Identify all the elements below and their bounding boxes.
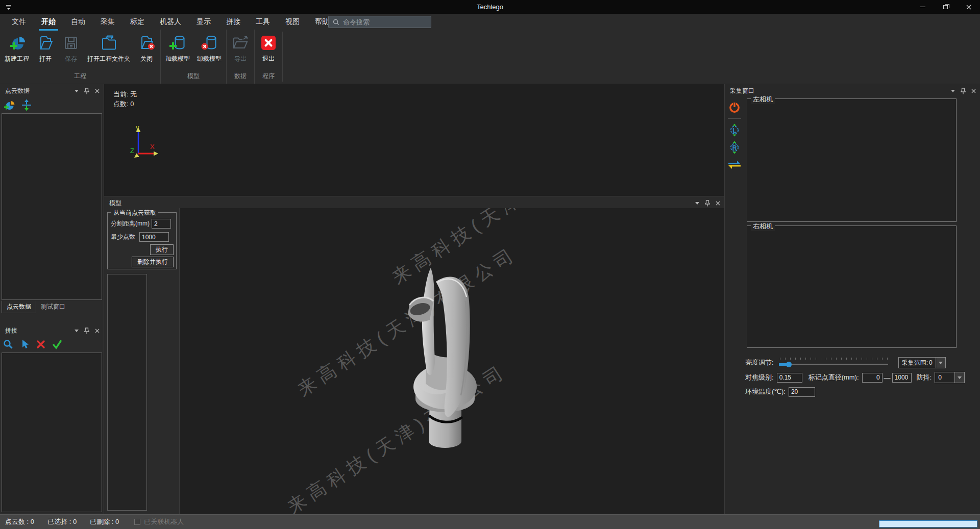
antishake-label: 防抖:: [917, 373, 932, 382]
progress-bar: [879, 520, 977, 527]
menu-file[interactable]: 文件: [4, 14, 34, 30]
stitch-toolbar: [3, 338, 62, 351]
menu-tools[interactable]: 工具: [248, 14, 278, 30]
focus-input[interactable]: [777, 373, 802, 383]
left-camera-view: 左相机: [747, 98, 957, 222]
unload-model-button[interactable]: 卸载模型: [193, 32, 225, 64]
slider-ticks: [780, 358, 888, 360]
pointcloud-list[interactable]: [2, 113, 102, 300]
close-window-button[interactable]: [957, 0, 980, 14]
new-project-button[interactable]: 新建工程: [1, 32, 33, 64]
swap-cameras-button[interactable]: [727, 158, 742, 172]
open-project-folder-button[interactable]: 打开工程文件夹: [84, 32, 134, 64]
search-icon: [333, 19, 339, 26]
brightness-slider[interactable]: [779, 358, 888, 368]
strip-divider: [728, 118, 741, 119]
search-input[interactable]: [343, 18, 420, 26]
main-3d-viewport[interactable]: 当前: 无 点数: 0 y X Z: [104, 84, 724, 196]
marker-max-input[interactable]: [892, 373, 912, 383]
pin-icon[interactable]: [84, 328, 89, 334]
tab-test-window[interactable]: 测试窗口: [36, 300, 70, 313]
capture-panel-title: 采集窗口: [730, 87, 951, 95]
ribbon-group-label: 模型: [162, 70, 225, 84]
menu-start[interactable]: 开始: [34, 14, 63, 30]
chevron-down-icon[interactable]: [955, 372, 965, 383]
minimize-button[interactable]: [911, 0, 934, 14]
menu-stitch[interactable]: 拼接: [218, 14, 248, 30]
open-folder-icon: [36, 34, 55, 52]
stitch-panel-header: 拼接: [0, 324, 104, 337]
delete-icon[interactable]: [36, 339, 46, 349]
power-icon: [728, 101, 741, 113]
maximize-button[interactable]: [934, 0, 957, 14]
chevron-down-icon[interactable]: [936, 357, 946, 368]
split-distance-input[interactable]: [152, 219, 171, 229]
menu-bar: 文件 开始 自动 采集 标定 机器人 显示 拼接 工具 视图 帮助与更新: [0, 14, 980, 30]
close-icon: [966, 5, 971, 10]
chevron-down-icon[interactable]: [951, 90, 955, 92]
chevron-down-icon[interactable]: [75, 330, 79, 332]
model-list[interactable]: [107, 274, 147, 511]
pointcloud-extract-groupbox: 从当前点云获取 分割距离(mm) 最少点数 执行 删除并执行: [107, 212, 177, 269]
marker-min-input[interactable]: [862, 373, 883, 383]
delete-and-execute-button[interactable]: 删除并执行: [132, 257, 174, 267]
axis-triad: y X Z: [128, 124, 160, 161]
antishake-combo[interactable]: 0: [935, 372, 965, 383]
zoom-icon[interactable]: [3, 339, 13, 349]
svg-text:R: R: [732, 144, 737, 152]
right-camera-button[interactable]: R: [727, 140, 742, 155]
left-camera-label: 左相机: [751, 95, 775, 104]
menu-view[interactable]: 视图: [278, 14, 307, 30]
model-3d-viewport[interactable]: 来高科技(天津)有限公司 来高科技(天津)有限公司 来高科技(天津)有限公司: [180, 208, 724, 514]
temperature-input[interactable]: [789, 387, 815, 397]
menu-robot[interactable]: 机器人: [152, 14, 189, 30]
min-points-label: 最少点数: [111, 233, 135, 241]
open-button[interactable]: 打开: [33, 32, 58, 64]
model-form-column: 从当前点云获取 分割距离(mm) 最少点数 执行 删除并执行: [104, 208, 180, 514]
ribbon-group-label: 工程: [1, 70, 159, 84]
load-model-button[interactable]: 加载模型: [162, 32, 193, 64]
chevron-down-icon[interactable]: [695, 202, 699, 205]
execute-button[interactable]: 执行: [150, 244, 174, 255]
chevron-down-icon[interactable]: [75, 90, 79, 92]
ribbon-group-data: 导出 数据: [226, 30, 254, 84]
marker-range-dash: —: [884, 374, 891, 382]
capture-range-combo[interactable]: 采集范围: 0: [898, 357, 946, 368]
tab-pointcloud-data[interactable]: 点云数据: [2, 300, 36, 313]
fit-align-icon[interactable]: [20, 99, 33, 111]
close-icon[interactable]: [95, 89, 100, 93]
command-search-box[interactable]: [328, 16, 431, 28]
menu-auto[interactable]: 自动: [63, 14, 93, 30]
save-icon: [62, 34, 80, 52]
ribbon-group-label: 数据: [228, 70, 253, 84]
pointer-icon[interactable]: [19, 339, 30, 349]
close-icon[interactable]: [716, 201, 720, 206]
menu-capture[interactable]: 采集: [93, 14, 122, 30]
right-camera-label: 右相机: [751, 222, 775, 231]
load-model-icon: [168, 34, 187, 52]
close-icon[interactable]: [95, 329, 100, 333]
slider-thumb[interactable]: [786, 362, 792, 367]
close-project-button[interactable]: 关闭: [134, 32, 159, 64]
point-count-label: 点数: 0: [113, 99, 137, 109]
quick-access-toolbar-icon[interactable]: [5, 4, 12, 10]
menu-display[interactable]: 显示: [189, 14, 218, 30]
capture-panel: 采集窗口: [724, 84, 980, 514]
window-title: Techlego: [477, 3, 503, 11]
stitch-list[interactable]: [2, 352, 102, 512]
confirm-icon[interactable]: [52, 339, 62, 349]
axis-x-label: X: [150, 143, 155, 150]
pin-icon[interactable]: [705, 200, 710, 207]
pin-icon[interactable]: [961, 88, 966, 94]
menu-calibration[interactable]: 标定: [122, 14, 152, 30]
power-button[interactable]: [727, 100, 742, 114]
exit-button[interactable]: 退出: [256, 32, 281, 64]
unload-model-icon: [200, 34, 218, 52]
pin-icon[interactable]: [84, 88, 89, 94]
robot-linked-checkbox[interactable]: 已关联机器人: [134, 517, 184, 526]
application-window: Techlego 文件 开始 自动 采集 标定 机器人 显示 拼接 工具 视图 …: [0, 0, 980, 529]
left-camera-button[interactable]: L: [727, 123, 742, 137]
min-points-input[interactable]: [139, 232, 169, 242]
add-pointcloud-icon[interactable]: [3, 99, 15, 111]
close-icon[interactable]: [971, 89, 976, 93]
